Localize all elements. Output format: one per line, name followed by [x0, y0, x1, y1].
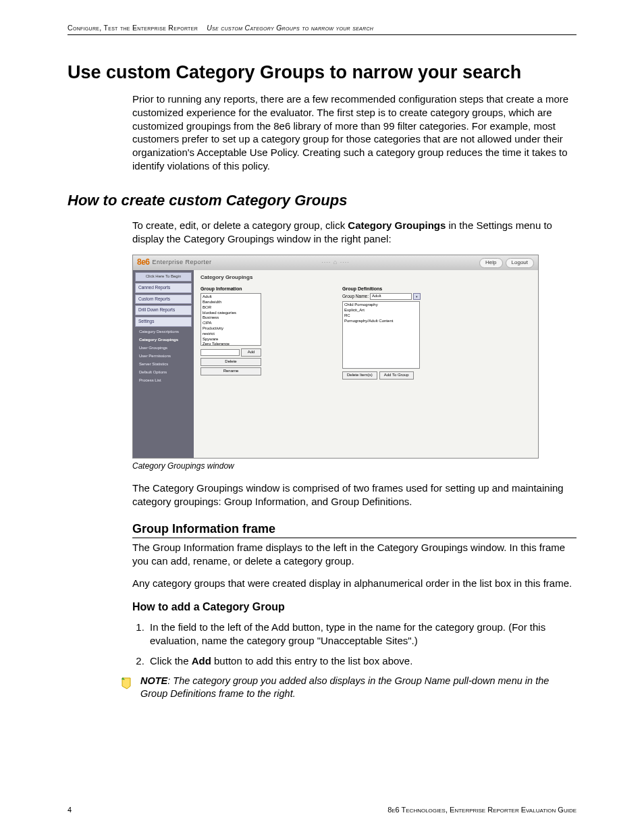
grip-icon: ···· ⌂ ····	[321, 259, 349, 267]
group-def-listbox[interactable]: Child Pornography Explicit_Art RC Pornog…	[342, 301, 420, 369]
page-footer: 4 8e6 Technologies, Enterprise Reporter …	[68, 806, 576, 814]
new-group-input[interactable]	[200, 349, 240, 356]
minor-heading: How to add a Category Group	[132, 600, 576, 614]
main-panel: Category Groupings Group Information Adu…	[194, 270, 538, 458]
app-titlebar: 8e6 Enterprise Reporter ···· ⌂ ···· Help…	[133, 255, 538, 271]
chevron-down-icon[interactable]: ▾	[413, 293, 421, 300]
note-text: NOTE: The category group you added also …	[140, 675, 576, 700]
header-right: Use custom Category Groups to narrow you…	[207, 24, 373, 32]
group-info-listbox[interactable]: Adult Bandwidth BOR blocked categories B…	[200, 293, 261, 346]
page-title: Use custom Category Groups to narrow you…	[68, 62, 576, 83]
nav-drill-down[interactable]: Drill Down Reports	[135, 305, 192, 315]
nav-sub-default-opts[interactable]: Default Options	[135, 369, 192, 375]
nav-sub-process-list[interactable]: Process List	[135, 377, 192, 384]
nav-settings[interactable]: Settings	[135, 317, 192, 327]
app-title: Enterprise Reporter	[153, 259, 212, 267]
group-definitions-frame: Group Definitions Group Name: Adult ▾ Ch…	[342, 286, 421, 380]
subsection-heading: Group Information frame	[132, 522, 576, 538]
help-button[interactable]: Help	[479, 258, 502, 268]
section-heading: How to create custom Category Groups	[68, 192, 576, 209]
footer-text: 8e6 Technologies, Enterprise Reporter Ev…	[387, 806, 576, 814]
group-information-frame: Group Information Adult Bandwidth BOR bl…	[200, 286, 261, 380]
rename-button[interactable]: Rename	[200, 367, 261, 375]
header-left: Configure, Test the Enterprise Reporter	[68, 24, 198, 32]
frames-description: The Category Groupings window is compris…	[132, 481, 576, 509]
step-2: Click the Add button to add this entry t…	[147, 654, 576, 668]
steps-list: In the field to the left of the Add butt…	[132, 621, 576, 667]
add-button[interactable]: Add	[241, 348, 261, 357]
page-number: 4	[68, 806, 72, 814]
frame-description-1: The Group Information frame displays to …	[132, 541, 576, 568]
delete-items-button[interactable]: Delete Item(s)	[342, 371, 377, 380]
running-header: Configure, Test the Enterprise Reporter …	[68, 24, 576, 35]
sidebar: Click Here To Begin Canned Reports Custo…	[133, 270, 194, 458]
group-info-label: Group Information	[200, 286, 261, 292]
nav-canned-reports[interactable]: Canned Reports	[135, 283, 192, 293]
nav-header[interactable]: Click Here To Begin	[135, 272, 192, 282]
nav-custom-reports[interactable]: Custom Reports	[135, 294, 192, 305]
logout-button[interactable]: Logout	[506, 258, 534, 268]
nav-sub-user-perm[interactable]: User Permissions	[135, 353, 192, 359]
nav-sub-user-group[interactable]: User Groupings	[135, 344, 192, 351]
nav-sub-server-stats[interactable]: Server Statistics	[135, 361, 192, 367]
app-logo: 8e6	[137, 257, 150, 268]
screenshot-category-groupings: 8e6 Enterprise Reporter ···· ⌂ ···· Help…	[132, 255, 539, 459]
add-to-group-button[interactable]: Add To Group	[379, 371, 414, 380]
group-name-label: Group Name:	[342, 294, 369, 300]
delete-button[interactable]: Delete	[200, 358, 261, 366]
group-name-dropdown[interactable]: Adult	[370, 293, 412, 300]
intro-paragraph: Prior to running any reports, there are …	[132, 93, 576, 173]
figure-caption: Category Groupings window	[132, 461, 576, 472]
note-icon	[120, 676, 135, 691]
instruction-paragraph: To create, edit, or delete a category gr…	[132, 219, 576, 246]
frame-description-2: Any category groups that were created di…	[132, 577, 576, 590]
panel-title: Category Groupings	[200, 274, 531, 282]
group-def-label: Group Definitions	[342, 286, 421, 292]
step-1: In the field to the left of the Add butt…	[147, 621, 576, 648]
nav-sub-cat-group[interactable]: Category Groupings	[135, 336, 192, 343]
nav-sub-cat-desc[interactable]: Category Descriptions	[135, 328, 192, 335]
